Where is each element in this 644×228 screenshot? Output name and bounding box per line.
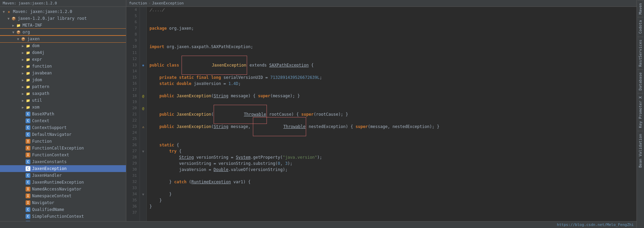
package-icon-org: 📦 (16, 29, 21, 35)
close-static: } (159, 197, 162, 203)
fce-label: FunctionCallException (32, 146, 84, 151)
sidebar-item-jar[interactable]: ▼ 📦 jaxen-1.2.0.jar library root (0, 15, 126, 22)
code-line-33 (149, 185, 634, 191)
breadcrumb: function › JaxenException (126, 0, 636, 7)
sidebar-item-pattern[interactable]: ▶ 📁 pattern (0, 83, 126, 90)
folder-icon: 📁 (16, 23, 21, 28)
sidebar-item-simplefunctioncontext[interactable]: C SimpleFunctionContext (0, 213, 126, 220)
tab-maven[interactable]: Maven (638, 0, 643, 17)
sidebar-item-dom4j[interactable]: ▶ 📁 dom4j (0, 49, 126, 56)
gutter-7 (140, 25, 146, 31)
sidebar-item-maven-root[interactable]: ▼ ◈ Maven: jaxen:jaxen:1.2.0 (0, 8, 126, 15)
tab-keypromoter[interactable]: Key Promoter X (638, 93, 643, 131)
expr-label: expr (32, 57, 42, 62)
kw-final: final (196, 74, 211, 81)
arrow-pattern: ▶ (20, 85, 25, 89)
arrow-function: ▶ (20, 65, 25, 68)
field-value: 7132891439526672639L (270, 74, 320, 81)
sidebar-item-contextsupport[interactable]: C ContextSupport (0, 124, 126, 131)
sidebar-item-jaxen[interactable]: ▼ 📦 jaxen (0, 35, 126, 42)
tab-restservices[interactable]: RestServices (638, 37, 643, 69)
indent15 (149, 74, 159, 81)
sidebar-item-saxpath[interactable]: ▶ 📁 saxpath (0, 90, 126, 97)
sidebar-item-namespacecontext[interactable]: I NamespaceContext (0, 193, 126, 199)
folder-icon-xom: 📁 (25, 104, 31, 110)
gutter-36 (140, 203, 146, 210)
code-line-18: public JaxenException ( String message) … (149, 93, 634, 99)
versionstr: versionString = (194, 154, 236, 160)
sidebar-item-basexpath[interactable]: C BaseXPath (0, 111, 126, 117)
dom4j-label: dom4j (32, 50, 44, 55)
sidebar-item-expr[interactable]: ▶ 📁 expr (0, 56, 126, 63)
jar-file-icon: 📦 (11, 16, 16, 21)
tab-database[interactable]: Database (638, 69, 643, 93)
code-line-16: static double javaVersion = 1.4D ; (149, 81, 634, 87)
sidebar-item-jdom[interactable]: ▶ 📁 jdom (0, 76, 126, 83)
sidebar-item-jaxenexception[interactable]: C JaxenException (0, 165, 126, 172)
indent29 (149, 160, 179, 167)
arrow-util: ▶ (20, 99, 25, 102)
sidebar-item-defaultnavigator[interactable]: C DefaultNavigator (0, 131, 126, 138)
ctor2-name: JaxenException (176, 111, 211, 117)
brace-open: { (309, 62, 313, 68)
gutter-12 (140, 56, 146, 62)
sidebar-item-jaxenruntimeexception[interactable]: C JaxenRuntimeException (0, 179, 126, 186)
gutter-5 (140, 13, 146, 19)
gutter-10 (140, 44, 146, 50)
sidebar-item-functioncallexception[interactable]: C FunctionCallException (0, 145, 126, 152)
sidebar-item-functioncontext[interactable]: I FunctionContext (0, 152, 126, 158)
code-line-31 (149, 173, 634, 179)
super1-args: (message); } (270, 93, 300, 99)
code-line-8 (149, 31, 634, 38)
gutter-11 (140, 50, 146, 56)
sidebar-item-namedaccessnavigator[interactable]: I NamedAccessNavigator (0, 186, 126, 193)
code-line-28: String versionString = System .getProper… (149, 154, 634, 160)
code-line-19 (149, 99, 634, 105)
sidebar-item-meta-inf[interactable]: ▶ 📁 META-INF (0, 22, 126, 29)
code-line-10: import org.jaxen.saxpath.SAXPathExceptio… (149, 44, 634, 50)
gutter-35 (140, 197, 146, 203)
arrow-org: ▼ (11, 30, 16, 34)
sidebar-item-function[interactable]: ▶ 📁 function (0, 63, 126, 70)
gutter-17 (140, 87, 146, 93)
class-icon-basexpath: C (25, 111, 31, 117)
tree-root: ▼ ◈ Maven: jaxen:jaxen:1.2.0 ▼ 📦 jaxen-1… (0, 7, 126, 228)
sidebar-item-jaxenconstants[interactable]: C JaxenConstants (0, 158, 126, 165)
breadcrumb-function: function (129, 1, 147, 5)
sidebar-item-xom[interactable]: ▶ 📁 xom (0, 104, 126, 111)
str-java-version: "java.version" (283, 154, 317, 160)
kw-static3: static (159, 142, 177, 148)
sidebar-item-org[interactable]: ▼ 📦 org (0, 29, 126, 35)
javabean-label: javabean (32, 71, 52, 75)
code-editor[interactable]: 4 5 6 7 8 9 10 11 12 13 14 15 16 17 18 1… (126, 7, 636, 228)
folder-icon-dom: 📁 (25, 43, 31, 48)
kw-try: try (169, 148, 179, 154)
kw-import: import (149, 44, 167, 50)
sidebar-item-qualifiedname[interactable]: C QualifiedName (0, 206, 126, 213)
versionstr2: versionString = versionString.substring( (179, 160, 278, 167)
class-icon-jc: C (25, 159, 31, 165)
kw-public: public (149, 62, 167, 68)
tab-codota[interactable]: Codota (638, 17, 643, 37)
class-icon-qn: C (25, 207, 31, 212)
sidebar-item-function-class[interactable]: I Function (0, 138, 126, 145)
sidebar-item-dom[interactable]: ▶ 📁 dom (0, 42, 126, 49)
file-tree[interactable]: Maven: jaxen:jaxen:1.2.0 ▼ ◈ Maven: jaxe… (0, 0, 126, 228)
gutter-20: @ (140, 105, 146, 111)
superclass: SAXPathException (269, 62, 309, 68)
basexpath-label: BaseXPath (32, 112, 54, 116)
runtime-exception: RuntimeException (191, 179, 231, 185)
tab-beanvalidation[interactable]: Bean Validation (638, 131, 643, 170)
indent32 (149, 179, 169, 185)
sidebar-item-jaxenhandler[interactable]: C JaxenHandler (0, 172, 126, 179)
gutter-25 (140, 136, 146, 142)
kw-class: class (167, 62, 182, 68)
ctor2-p1: ( (211, 111, 214, 117)
function-label: function (32, 64, 52, 69)
sidebar-item-javabean[interactable]: ▶ 📁 javabean (0, 70, 126, 76)
code-line-30: javaVersion = Double .valueOf(versionStr… (149, 167, 634, 173)
sidebar-item-context[interactable]: C Context (0, 117, 126, 124)
ctor1-type: String (214, 93, 228, 99)
sidebar-item-navigator[interactable]: I Navigator (0, 199, 126, 206)
sidebar-item-util[interactable]: ▶ 📁 util (0, 97, 126, 104)
